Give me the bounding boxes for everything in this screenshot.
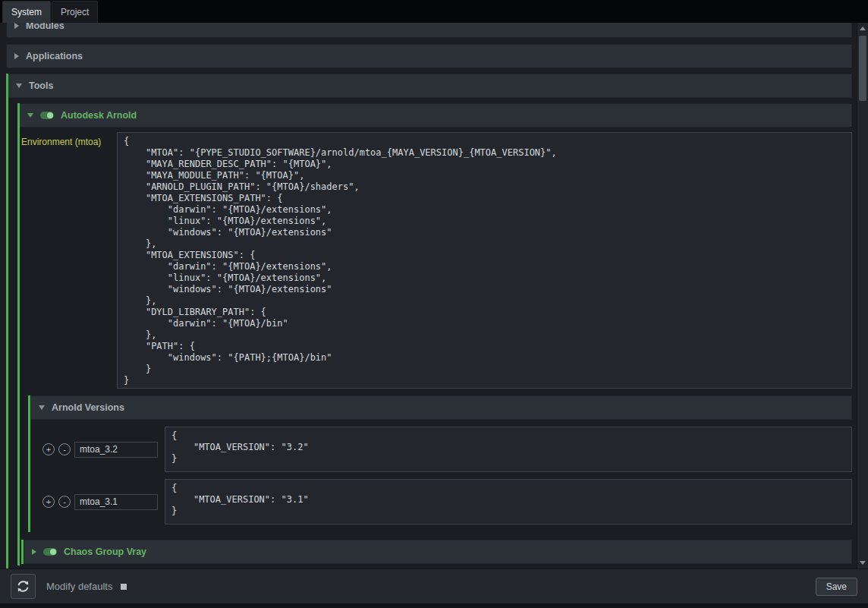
remove-version-button[interactable]: - bbox=[58, 496, 71, 508]
modify-defaults-checkbox[interactable] bbox=[121, 584, 127, 590]
settings-content: Modules Applications Tools bbox=[0, 23, 868, 569]
tab-project[interactable]: Project bbox=[52, 1, 98, 23]
add-version-button[interactable]: + bbox=[42, 443, 55, 455]
section-label-tools: Tools bbox=[29, 80, 53, 91]
refresh-button[interactable] bbox=[11, 574, 36, 599]
chevron-down-icon bbox=[39, 405, 45, 410]
section-label-arnold-versions: Arnold Versions bbox=[52, 402, 124, 413]
tool-group-vray: Chaos Group Vray bbox=[21, 540, 852, 564]
scroll-thumb[interactable] bbox=[859, 36, 866, 101]
scrollbar[interactable] bbox=[857, 23, 868, 569]
scroll-up-button[interactable] bbox=[857, 23, 868, 34]
scroll-down-button[interactable] bbox=[857, 557, 868, 569]
chevron-right-icon bbox=[14, 23, 19, 29]
tab-bar: System Project bbox=[0, 0, 868, 23]
version-json-editor[interactable]: { "MTOA_VERSION": "3.2" } bbox=[165, 427, 852, 472]
version-row: + - { "MTOA_VERSION": "3.2" } bbox=[30, 427, 852, 472]
arnold-versions-section: Arnold Versions + - { "MTOA_VERSION": "3… bbox=[28, 395, 852, 532]
arrow-down-icon bbox=[860, 561, 866, 565]
window-bottom-edge bbox=[0, 603, 868, 608]
remove-version-button[interactable]: - bbox=[58, 443, 71, 455]
save-button[interactable]: Save bbox=[816, 578, 857, 596]
chevron-down-icon bbox=[27, 113, 33, 118]
chevron-right-icon bbox=[14, 53, 19, 59]
version-name-input[interactable] bbox=[74, 494, 158, 510]
tool-enabled-toggle[interactable] bbox=[43, 548, 57, 556]
arnold-body: Environment (mtoa) { "MTOA": "{PYPE_STUD… bbox=[20, 132, 852, 565]
section-header-modules[interactable]: Modules bbox=[6, 23, 852, 38]
tab-system[interactable]: System bbox=[2, 1, 51, 23]
version-name-input[interactable] bbox=[74, 442, 158, 458]
chevron-right-icon bbox=[32, 549, 36, 555]
environment-label: Environment (mtoa) bbox=[21, 132, 117, 147]
tool-label-arnold: Autodesk Arnold bbox=[61, 110, 137, 121]
section-label-modules: Modules bbox=[26, 23, 64, 31]
environment-mtoa-editor[interactable]: { "MTOA": "{PYPE_STUDIO_SOFTWARE}/arnold… bbox=[117, 132, 852, 389]
section-label-applications: Applications bbox=[26, 51, 83, 61]
version-row: + - { "MTOA_VERSION": "3.1" } bbox=[30, 479, 852, 525]
tool-header-vray[interactable]: Chaos Group Vray bbox=[24, 540, 852, 564]
version-json-editor[interactable]: { "MTOA_VERSION": "3.1" } bbox=[165, 479, 852, 525]
modify-defaults-control: Modify defaults bbox=[46, 581, 127, 592]
section-tools: Tools Autodesk Arnold Envir bbox=[6, 74, 852, 569]
section-header-applications[interactable]: Applications bbox=[6, 44, 852, 68]
tool-enabled-toggle[interactable] bbox=[40, 112, 54, 119]
chevron-down-icon bbox=[16, 83, 22, 88]
add-version-button[interactable]: + bbox=[42, 496, 55, 508]
section-header-tools[interactable]: Tools bbox=[8, 74, 852, 98]
refresh-icon bbox=[16, 579, 30, 594]
footer-bar: Modify defaults Save bbox=[0, 569, 868, 603]
settings-window: System Project Modules Applications Tool… bbox=[0, 0, 868, 608]
modify-defaults-label: Modify defaults bbox=[46, 581, 112, 592]
tool-group-arnold: Autodesk Arnold Environment (mtoa) { "MT… bbox=[17, 103, 852, 565]
tool-label-vray: Chaos Group Vray bbox=[64, 547, 146, 557]
tool-header-arnold[interactable]: Autodesk Arnold bbox=[20, 103, 852, 128]
environment-row: Environment (mtoa) { "MTOA": "{PYPE_STUD… bbox=[21, 132, 852, 389]
arrow-up-icon bbox=[860, 27, 866, 30]
scroll-area: Modules Applications Tools bbox=[0, 23, 857, 569]
section-header-arnold-versions[interactable]: Arnold Versions bbox=[30, 395, 852, 420]
tools-body: Autodesk Arnold Environment (mtoa) { "MT… bbox=[8, 103, 852, 569]
